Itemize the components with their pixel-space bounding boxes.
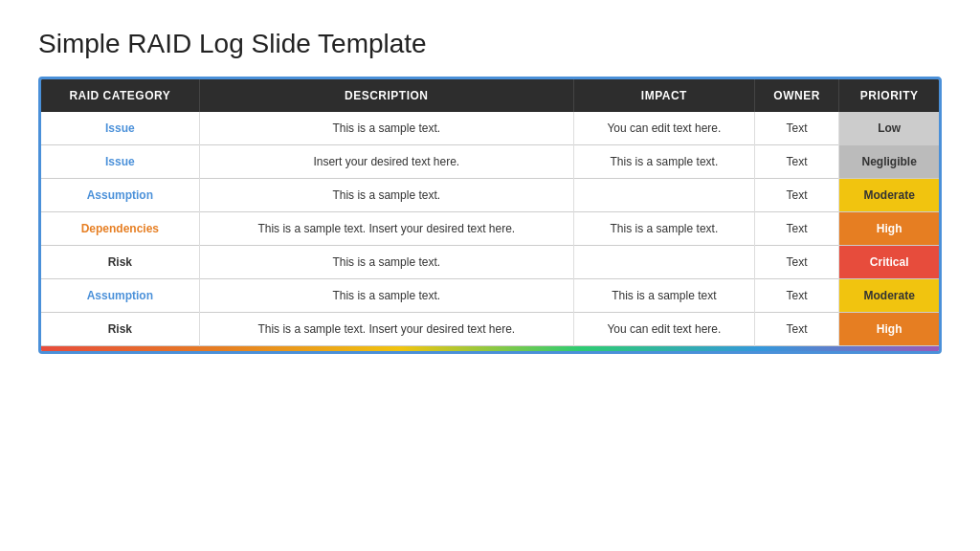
priority-badge: High (839, 212, 939, 245)
table-row: DependenciesThis is a sample text. Inser… (41, 212, 939, 246)
priority-badge: Moderate (839, 179, 939, 211)
cell-category[interactable]: Risk (41, 246, 199, 279)
cell-category[interactable]: Issue (41, 145, 199, 179)
cell-priority: High (839, 212, 939, 246)
cell-impact[interactable]: You can edit text here. (573, 112, 754, 145)
cell-priority: High (839, 313, 939, 346)
cell-impact[interactable] (573, 246, 754, 279)
cell-owner[interactable]: Text (754, 212, 838, 246)
page-title: Simple RAID Log Slide Template (38, 29, 942, 59)
col-header-description: DESCRIPTION (199, 79, 573, 112)
cell-priority: Moderate (839, 279, 939, 313)
cell-description[interactable]: This is a sample text. (199, 279, 573, 313)
cell-description[interactable]: Insert your desired text here. (199, 145, 573, 179)
cell-priority: Moderate (839, 179, 939, 212)
cell-owner[interactable]: Text (754, 112, 838, 145)
cell-description[interactable]: This is a sample text. (199, 246, 573, 279)
cell-description[interactable]: This is a sample text. Insert your desir… (199, 212, 573, 246)
table-row: AssumptionThis is a sample text.TextMode… (41, 179, 939, 212)
priority-badge: Moderate (839, 279, 939, 312)
col-header-owner: OWNER (754, 79, 838, 112)
cell-owner[interactable]: Text (754, 279, 838, 313)
priority-badge: Low (839, 112, 939, 144)
cell-impact[interactable]: This is a sample text (573, 279, 754, 313)
cell-description[interactable]: This is a sample text. Insert your desir… (199, 313, 573, 346)
cell-impact[interactable] (573, 179, 754, 212)
cell-category[interactable]: Risk (41, 313, 199, 346)
cell-priority: Critical (839, 246, 939, 279)
table-row: IssueInsert your desired text here.This … (41, 145, 939, 179)
cell-description[interactable]: This is a sample text. (199, 112, 573, 145)
cell-description[interactable]: This is a sample text. (199, 179, 573, 212)
cell-impact[interactable]: You can edit text here. (573, 313, 754, 346)
col-header-priority: PRIORITY (839, 79, 939, 112)
cell-impact[interactable]: This is a sample text. (573, 212, 754, 246)
cell-category[interactable]: Assumption (41, 279, 199, 313)
col-header-category: RAID CATEGORY (41, 79, 199, 112)
raid-table: RAID CATEGORY DESCRIPTION IMPACT OWNER P… (41, 79, 939, 346)
cell-owner[interactable]: Text (754, 145, 838, 179)
cell-category[interactable]: Issue (41, 112, 199, 145)
table-row: IssueThis is a sample text.You can edit … (41, 112, 939, 145)
cell-category[interactable]: Assumption (41, 179, 199, 212)
table-row: AssumptionThis is a sample text.This is … (41, 279, 939, 313)
raid-table-wrapper: RAID CATEGORY DESCRIPTION IMPACT OWNER P… (38, 77, 942, 354)
cell-priority: Negligible (839, 145, 939, 179)
priority-badge: High (839, 313, 939, 345)
cell-owner[interactable]: Text (754, 179, 838, 212)
cell-impact[interactable]: This is a sample text. (573, 145, 754, 179)
table-row: RiskThis is a sample text. Insert your d… (41, 313, 939, 346)
table-header-row: RAID CATEGORY DESCRIPTION IMPACT OWNER P… (41, 79, 939, 112)
cell-owner[interactable]: Text (754, 246, 838, 279)
cell-owner[interactable]: Text (754, 313, 838, 346)
cell-priority: Low (839, 112, 939, 145)
priority-badge: Critical (839, 246, 939, 278)
table-row: RiskThis is a sample text.TextCritical (41, 246, 939, 279)
cell-category[interactable]: Dependencies (41, 212, 199, 246)
priority-badge: Negligible (839, 145, 939, 178)
col-header-impact: IMPACT (573, 79, 754, 112)
